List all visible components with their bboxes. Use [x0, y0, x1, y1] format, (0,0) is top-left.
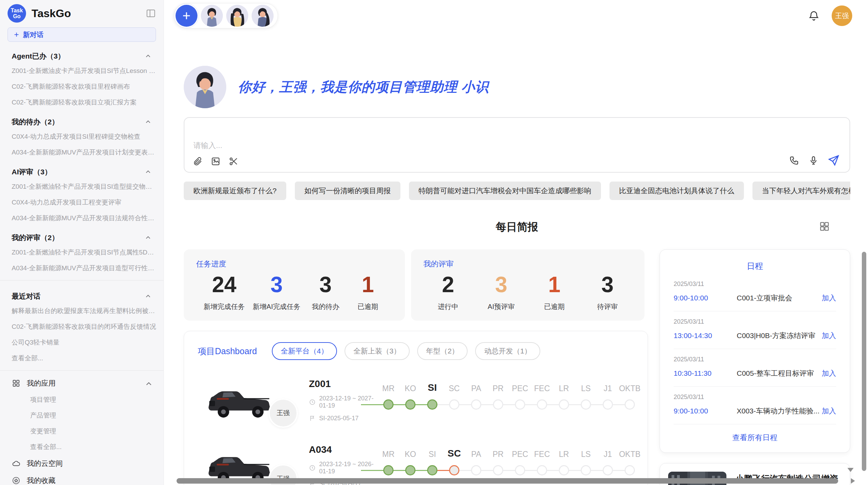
sidebar-section-header[interactable]: 最近对话 — [0, 285, 164, 303]
horizontal-scrollbar[interactable] — [177, 478, 838, 484]
dashboard-tabs: 全新平台（4）全新上装（3）年型（2）动总开发（1） — [272, 342, 540, 360]
project-row[interactable]: 王强 Z001 2023-12-19 ~ 2027-01-19 SI-2025-… — [198, 374, 634, 426]
app-window: Task Go TaskGo + 新对话 Agent已办（3） Z001-全新燃… — [0, 0, 868, 485]
member-avatar-1[interactable] — [201, 5, 223, 27]
dashboard-tab[interactable]: 动总开发（1） — [475, 342, 540, 360]
suggestion-chip[interactable]: 欧洲新规最近颁布了什么? — [184, 182, 286, 200]
sidebar-item[interactable]: C02-飞腾新能源轻客改款项目立项汇报方案 — [0, 95, 164, 110]
stat-label: 已逾期 — [351, 302, 385, 311]
event-time: 9:00-10:00 — [674, 294, 728, 302]
my-apps-label: 我的应用 — [27, 378, 138, 388]
sidebar-recent-item[interactable]: 解释最新出台的欧盟报废车法规再生塑料比例被调至15%... — [0, 303, 164, 319]
chevron-up-icon[interactable] — [144, 168, 152, 176]
sidebar-recent-item[interactable]: 查看全部... — [0, 350, 164, 366]
milestone: PA — [465, 381, 487, 412]
sidebar-section-header[interactable]: AI评审（3） — [0, 160, 164, 179]
schedule-event: 2025/03/11 9:00-10:00 C001-立项审批会 加入 — [674, 274, 836, 311]
sidebar-item[interactable]: Z001-全新燃油轻卡产品开发项目SI造型提交物评审 — [0, 179, 164, 195]
sidebar-section-header[interactable]: 我的待办（2） — [0, 110, 164, 129]
sidebar-app-item[interactable]: 产品管理 — [0, 408, 164, 423]
sidebar-item[interactable]: C0X4-动力总成开发项目工程变更评审 — [0, 195, 164, 210]
sidebar-section-header[interactable]: 我的评审（2） — [0, 226, 164, 245]
new-chat-button[interactable]: + 新对话 — [8, 27, 156, 42]
member-avatar-2[interactable] — [226, 5, 248, 27]
send-icon[interactable] — [828, 154, 840, 166]
clock-icon — [309, 464, 316, 471]
milestone-label: SI — [429, 447, 436, 459]
attachment-icon[interactable] — [193, 156, 203, 166]
screenshot-scissors-icon[interactable] — [228, 156, 239, 166]
image-upload-icon[interactable] — [210, 156, 221, 166]
voice-call-icon[interactable] — [789, 155, 799, 165]
milestone-label: PA — [471, 447, 481, 459]
milestone-dot — [405, 399, 415, 410]
stat-value: 1 — [537, 272, 571, 297]
event-date: 2025/03/11 — [674, 281, 836, 288]
sidebar-item[interactable]: A034-全新新能源MUV产品开发项目造型可行性评审 — [0, 260, 164, 276]
user-avatar[interactable]: 王强 — [832, 5, 852, 26]
sidebar-section-header[interactable]: Agent已办（3） — [0, 45, 164, 63]
sidebar-recent-item[interactable]: C02-飞腾新能源轻客改款项目的闭环通告反馈情况 — [0, 319, 164, 335]
dashboard-tab[interactable]: 全新上装（3） — [345, 342, 410, 360]
sidebar-section-title: 最近对话 — [12, 291, 40, 301]
sidebar-item[interactable]: Z001-全新燃油皮卡产品开发项目SI节点Lesson Learn报告 — [0, 63, 164, 79]
scroll-down-arrow[interactable] — [847, 468, 854, 472]
chevron-up-icon[interactable] — [144, 234, 152, 241]
milestone: J1 — [597, 447, 619, 478]
event-join-link[interactable]: 加入 — [822, 293, 836, 303]
sidebar-app-item[interactable]: 项目管理 — [0, 392, 164, 408]
stat-item: 3 AI预评审 — [484, 272, 518, 311]
suggestion-chip[interactable]: 比亚迪全固态电池计划具体说了什么 — [610, 182, 744, 200]
dashboard-tab[interactable]: 全新平台（4） — [272, 342, 337, 360]
scroll-right-arrow[interactable] — [851, 478, 855, 484]
dashboard-title: 项目Dashboard — [198, 346, 257, 357]
milestone: MR — [377, 447, 399, 478]
event-join-link[interactable]: 加入 — [822, 369, 836, 378]
sidebar-item[interactable]: A034-全新新能源MUV产品开发项目法规符合性评审 — [0, 210, 164, 226]
sidebar-item-star-icon[interactable]: 我的收藏 — [0, 472, 164, 485]
milestone-label: LS — [581, 447, 591, 459]
milestone-dot — [625, 465, 635, 475]
sidebar-scroll-area[interactable]: Agent已办（3） Z001-全新燃油皮卡产品开发项目SI节点Lesson L… — [0, 43, 164, 485]
chat-composer[interactable]: 请输入... — [184, 117, 850, 173]
sidebar-app-item[interactable]: 变更管理 — [0, 423, 164, 439]
view-all-schedule-link[interactable]: 查看所有日程 — [674, 424, 836, 446]
microphone-icon[interactable] — [808, 155, 819, 165]
layout-grid-icon[interactable] — [819, 221, 830, 232]
chevron-up-icon[interactable] — [144, 380, 152, 387]
project-date-range: 2023-12-19 ~ 2027-01-19 — [319, 395, 377, 409]
member-avatar-3[interactable] — [252, 5, 274, 27]
sidebar-item[interactable]: Z001-全新燃油轻卡产品开发项目SI节点属性5D文件评审 — [0, 245, 164, 260]
chevron-up-icon[interactable] — [144, 118, 152, 126]
event-time: 13:00-14:30 — [674, 332, 728, 340]
team-avatar-group — [173, 3, 278, 28]
event-date: 2025/03/11 — [674, 394, 836, 401]
suggestion-chip[interactable]: 特朗普可能对进口汽车增税会对中国车企造成哪些影响 — [409, 182, 601, 200]
event-join-link[interactable]: 加入 — [822, 331, 836, 340]
add-member-button[interactable] — [176, 5, 197, 27]
notification-bell-icon[interactable] — [808, 10, 820, 22]
chevron-up-icon[interactable] — [144, 293, 152, 300]
dashboard-header: 项目Dashboard 全新平台（4）全新上装（3）年型（2）动总开发（1） — [198, 342, 634, 360]
sidebar-collapse-icon[interactable] — [146, 8, 156, 18]
suggestion-chip[interactable]: 如何写一份清晰的项目周报 — [295, 182, 400, 200]
milestone-label: LR — [559, 447, 569, 459]
event-name: C005-整车工程目标评审 — [737, 369, 822, 378]
sidebar-item[interactable]: C02-飞腾新能源轻客改款项目里程碑画布 — [0, 79, 164, 95]
sidebar-item-my-apps[interactable]: 我的应用 — [0, 375, 164, 392]
stat-item: 24 新增完成任务 — [204, 272, 245, 311]
vertical-scrollbar[interactable] — [862, 252, 866, 471]
sidebar-recent-item[interactable]: 公司Q3轻卡销量 — [0, 335, 164, 350]
event-join-link[interactable]: 加入 — [822, 406, 836, 416]
sidebar-app-item[interactable]: 查看全部... — [0, 439, 164, 455]
assistant-avatar — [184, 66, 226, 108]
milestone-label: PR — [493, 447, 504, 459]
sidebar-section-title: 我的评审（2） — [12, 233, 59, 242]
stat-label: 已逾期 — [537, 302, 571, 311]
sidebar-item[interactable]: C0X4-动力总成开发项目SI里程碑提交物检查 — [0, 129, 164, 145]
sidebar-item[interactable]: A034-全新新能源MUV产品开发项目计划变更表编写 — [0, 145, 164, 160]
dashboard-tab[interactable]: 年型（2） — [417, 342, 468, 360]
chevron-up-icon[interactable] — [144, 52, 152, 60]
sidebar-item-cloud-icon[interactable]: 我的云空间 — [0, 455, 164, 472]
suggestion-chip[interactable]: 当下年轻人对汽车外观有怎样的喜好趋势 — [752, 182, 850, 200]
